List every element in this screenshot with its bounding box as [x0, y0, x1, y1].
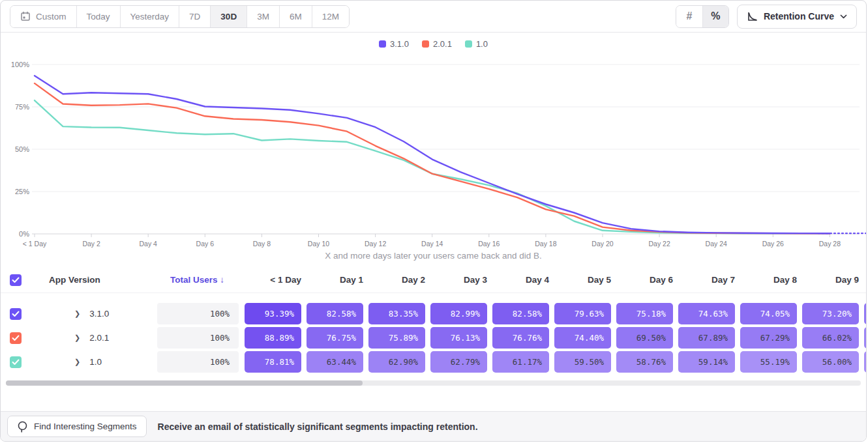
- select-all-checkbox[interactable]: [10, 274, 22, 286]
- retention-cell[interactable]: 66.02%: [802, 327, 859, 349]
- legend-item-2.0.1[interactable]: 2.0.1: [422, 39, 452, 49]
- retention-cell[interactable]: 82.99%: [430, 303, 487, 324]
- chart-type-dropdown[interactable]: Retention Curve: [737, 5, 857, 29]
- chevron-right-icon[interactable]: ❯: [74, 309, 80, 318]
- retention-cell[interactable]: 67.29%: [740, 327, 797, 349]
- day-column-header: < 1 Day: [245, 275, 301, 285]
- retention-cell[interactable]: 82.58%: [307, 303, 363, 324]
- date-range-label: Yesterday: [130, 12, 170, 21]
- date-range-picker: CustomTodayYesterday7D30D3M6M12M: [10, 5, 350, 28]
- retention-cell[interactable]: 74.40%: [554, 327, 611, 349]
- retention-cell[interactable]: 59.14%: [678, 351, 735, 373]
- legend-swatch-icon: [422, 40, 429, 48]
- retention-cell-clipped[interactable]: [864, 303, 866, 324]
- absolute-numbers-button[interactable]: #: [676, 6, 702, 27]
- svg-text:Day 26: Day 26: [762, 240, 784, 248]
- chevron-right-icon[interactable]: ❯: [74, 358, 80, 366]
- svg-text:Day 28: Day 28: [819, 240, 841, 248]
- retention-cell[interactable]: 62.90%: [368, 351, 425, 373]
- date-range-yesterday[interactable]: Yesterday: [120, 6, 179, 27]
- chart-section: 3.1.02.0.11.0 0%25%50%75%100%< 1 DayDay …: [1, 33, 866, 261]
- retention-cell[interactable]: 59.50%: [554, 351, 611, 373]
- retention-cell[interactable]: 76.13%: [430, 327, 487, 349]
- chevron-right-icon[interactable]: ❯: [74, 334, 80, 342]
- retention-cell[interactable]: 93.39%: [245, 303, 301, 324]
- date-range-today[interactable]: Today: [76, 6, 120, 27]
- svg-text:< 1 Day: < 1 Day: [23, 240, 47, 248]
- retention-cell[interactable]: 69.50%: [616, 327, 673, 349]
- svg-text:50%: 50%: [15, 145, 29, 153]
- date-range-12m[interactable]: 12M: [312, 6, 349, 27]
- retention-cell[interactable]: 79.63%: [554, 303, 611, 324]
- percent-icon: %: [711, 10, 720, 22]
- date-range-3m[interactable]: 3M: [247, 6, 279, 27]
- total-users-sort-header[interactable]: Total Users ↓: [170, 275, 224, 285]
- total-users-cell[interactable]: 100%: [157, 327, 239, 349]
- date-range-7d[interactable]: 7D: [179, 6, 210, 27]
- retention-cell-clipped[interactable]: [864, 327, 866, 349]
- retention-cell[interactable]: 74.05%: [740, 303, 797, 324]
- date-range-label: Custom: [36, 12, 67, 21]
- retention-cell[interactable]: 73.20%: [802, 303, 859, 324]
- retention-cell[interactable]: 63.44%: [307, 351, 363, 373]
- day-column-header: Day 2: [368, 275, 425, 285]
- retention-cell[interactable]: 75.18%: [616, 303, 673, 324]
- date-range-30d[interactable]: 30D: [210, 6, 247, 27]
- segments-icon: [17, 421, 28, 433]
- retention-cell[interactable]: 78.81%: [245, 351, 301, 373]
- table-header-row: App Version Total Users ↓ < 1 DayDay 1Da…: [1, 267, 866, 293]
- retention-curve-icon: [747, 11, 758, 22]
- legend-label: 3.1.0: [390, 39, 409, 49]
- legend-item-3.1.0[interactable]: 3.1.0: [379, 39, 409, 49]
- total-users-cell[interactable]: 100%: [157, 351, 239, 373]
- retention-cell[interactable]: 88.89%: [245, 327, 301, 349]
- retention-cell[interactable]: 61.17%: [492, 351, 549, 373]
- date-range-custom[interactable]: Custom: [10, 6, 76, 27]
- svg-text:Day 10: Day 10: [308, 240, 329, 248]
- legend-label: 2.0.1: [433, 39, 452, 49]
- date-range-label: 30D: [220, 12, 237, 21]
- check-icon: [12, 311, 20, 317]
- check-icon: [12, 335, 20, 341]
- retention-cell[interactable]: 83.35%: [368, 303, 425, 324]
- retention-cell[interactable]: 55.19%: [740, 351, 797, 373]
- check-icon: [12, 359, 20, 365]
- retention-cell[interactable]: 75.89%: [368, 327, 425, 349]
- svg-text:Day 14: Day 14: [421, 240, 443, 248]
- date-range-label: 6M: [290, 12, 302, 21]
- row-checkbox-1.0[interactable]: [10, 356, 22, 368]
- horizontal-scrollbar[interactable]: [6, 380, 861, 386]
- scrollbar-thumb[interactable]: [6, 380, 363, 386]
- total-users-cell[interactable]: 100%: [157, 303, 239, 324]
- retention-cell-clipped[interactable]: [864, 351, 866, 373]
- percentage-button[interactable]: %: [702, 6, 728, 27]
- find-interesting-segments-button[interactable]: Find Interesting Segments: [7, 416, 147, 437]
- row-checkbox-2.0.1[interactable]: [10, 332, 22, 344]
- retention-cell[interactable]: 82.58%: [492, 303, 549, 324]
- footer-bar: Find Interesting Segments Receive an ema…: [1, 411, 866, 441]
- day-column-header: Day 7: [678, 275, 735, 285]
- retention-cell[interactable]: 58.76%: [616, 351, 673, 373]
- segments-button-label: Find Interesting Segments: [34, 422, 137, 431]
- legend-label: 1.0: [476, 39, 488, 49]
- legend-swatch-icon: [465, 40, 472, 48]
- svg-text:Day 24: Day 24: [706, 240, 727, 248]
- legend-swatch-icon: [379, 40, 386, 48]
- date-range-label: 3M: [257, 12, 269, 21]
- row-checkbox-3.1.0[interactable]: [10, 308, 22, 320]
- table-rows: ❯3.1.0100%93.39%82.58%83.35%82.99%82.58%…: [1, 303, 866, 373]
- table-row-1.0: ❯1.0100%78.81%63.44%62.90%62.79%61.17%59…: [1, 351, 866, 373]
- retention-cell[interactable]: 74.63%: [678, 303, 735, 324]
- toolbar: CustomTodayYesterday7D30D3M6M12M # % Ret…: [1, 1, 866, 33]
- retention-cell[interactable]: 67.89%: [678, 327, 735, 349]
- retention-cell[interactable]: 56.00%: [802, 351, 859, 373]
- day-column-header: Day 3: [430, 275, 487, 285]
- svg-text:0%: 0%: [19, 230, 29, 238]
- retention-cell[interactable]: 76.76%: [492, 327, 549, 349]
- svg-text:Day 8: Day 8: [253, 240, 271, 248]
- date-range-6m[interactable]: 6M: [279, 6, 312, 27]
- retention-cell[interactable]: 62.79%: [430, 351, 487, 373]
- retention-cell[interactable]: 76.75%: [307, 327, 363, 349]
- legend-item-1.0[interactable]: 1.0: [465, 39, 488, 49]
- day-column-header: Day 5: [554, 275, 611, 285]
